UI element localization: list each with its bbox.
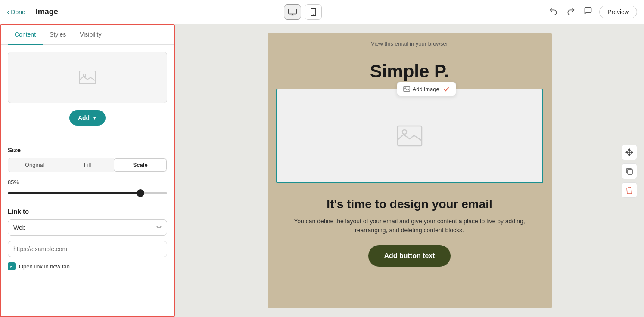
view-in-browser-link[interactable]: View this email in your browser [371, 40, 448, 47]
checkbox-row: ✓ Open link in new tab [8, 262, 167, 270]
device-toggle [284, 4, 322, 20]
mobile-icon [311, 8, 316, 16]
svg-rect-11 [628, 169, 632, 174]
link-type-select[interactable]: Web Email Phone [8, 219, 167, 236]
tooltip-image-icon [403, 86, 410, 92]
scale-slider[interactable] [8, 192, 167, 194]
topbar-right: Preview [548, 5, 637, 19]
trash-icon [626, 186, 633, 194]
comment-icon [584, 6, 592, 15]
copy-icon [625, 167, 633, 175]
duplicate-button[interactable] [622, 163, 637, 179]
main-layout: Content Styles Visibility Add ▼ [0, 24, 644, 317]
desktop-view-button[interactable] [284, 4, 301, 20]
panel-content: Add ▼ Size Original Fill Scale 85% L [1, 45, 174, 277]
image-empty-icon [397, 125, 423, 147]
email-top-bar: View this email in your browser [268, 33, 552, 54]
undo-icon [549, 6, 558, 15]
size-scale[interactable]: Scale [114, 158, 167, 172]
email-subtext: You can define the layout of your email … [285, 217, 535, 235]
panel-tabs: Content Styles Visibility [1, 25, 174, 45]
back-label: Done [11, 9, 25, 15]
svg-point-4 [313, 14, 314, 15]
back-chevron-icon: ‹ [7, 8, 9, 16]
right-action-bar [622, 145, 637, 198]
size-section: Size Original Fill Scale 85% [8, 146, 167, 204]
tooltip-check-icon [443, 86, 450, 92]
email-header: Simple P. [268, 54, 552, 85]
add-button-label: Add [78, 114, 90, 121]
tab-content[interactable]: Content [8, 25, 43, 45]
canvas-area: View this email in your browser Simple P… [175, 24, 644, 317]
delete-button[interactable] [622, 182, 637, 198]
left-panel: Content Styles Visibility Add ▼ [0, 24, 175, 317]
add-chevron-icon: ▼ [92, 115, 97, 120]
comment-button[interactable] [582, 5, 594, 19]
tab-styles[interactable]: Styles [43, 25, 73, 45]
desktop-icon [288, 8, 297, 16]
checkbox-label: Open link in new tab [19, 263, 70, 270]
preview-button[interactable]: Preview [599, 6, 637, 18]
add-button[interactable]: Add ▼ [69, 110, 106, 126]
svg-point-10 [402, 130, 407, 134]
svg-rect-9 [398, 126, 422, 146]
image-block-wrapper: Add image [268, 85, 552, 187]
email-headline: It's time to design your email [285, 197, 535, 212]
page-title: Image [36, 7, 58, 16]
email-brand-name: Simple P. [285, 61, 535, 82]
undo-button[interactable] [548, 5, 560, 19]
size-toggle: Original Fill Scale [8, 158, 167, 172]
percent-label: 85% [8, 179, 167, 185]
image-placeholder-icon [79, 71, 96, 84]
checkmark-icon: ✓ [9, 263, 14, 269]
topbar-left: ‹ Done Image [7, 7, 58, 16]
image-preview-box [8, 52, 167, 103]
move-button[interactable] [622, 145, 637, 160]
email-cta-button[interactable]: Add button text [368, 245, 450, 267]
url-input[interactable] [8, 241, 167, 257]
mobile-view-button[interactable] [305, 4, 322, 20]
move-icon [625, 148, 633, 156]
redo-icon [566, 6, 575, 15]
slider-wrapper [8, 188, 167, 204]
svg-rect-5 [79, 71, 96, 84]
image-placeholder-block[interactable] [276, 89, 543, 183]
link-section: Link to Web Email Phone ✓ Open link in n… [8, 208, 167, 270]
arrow-indicator [268, 119, 272, 145]
open-new-tab-checkbox[interactable]: ✓ [8, 262, 16, 270]
redo-button[interactable] [565, 5, 577, 19]
back-button[interactable]: ‹ Done [7, 8, 25, 16]
size-fill[interactable]: Fill [61, 158, 114, 172]
email-body: It's time to design your email You can d… [268, 187, 552, 280]
topbar: ‹ Done Image [0, 0, 644, 24]
size-label: Size [8, 146, 167, 154]
tab-visibility[interactable]: Visibility [73, 25, 108, 45]
email-canvas: View this email in your browser Simple P… [268, 33, 552, 308]
size-original[interactable]: Original [8, 158, 61, 172]
svg-rect-0 [289, 9, 296, 14]
link-to-label: Link to [8, 208, 167, 215]
add-image-label: Add image [413, 86, 439, 92]
add-image-tooltip: Add image [397, 82, 456, 96]
